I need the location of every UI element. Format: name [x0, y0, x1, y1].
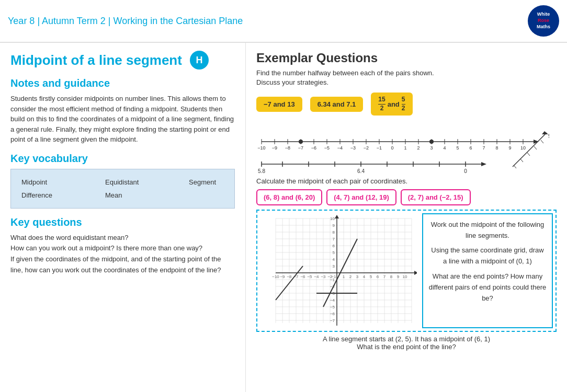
pair-2-label: 6.34 and 7.1 [317, 100, 356, 108]
svg-text:6: 6 [469, 145, 472, 151]
svg-text:−7: −7 [298, 145, 303, 151]
svg-text:−10: −10 [257, 145, 265, 151]
svg-text:5.8: 5.8 [258, 168, 265, 174]
question-2: How can you work out a midpoint? Is ther… [10, 244, 202, 252]
coord-pair-3-label: (2, 7) and (−2, 15) [408, 193, 463, 201]
coordinate-grid-svg: x −10 −9 −8 −7 −6 −5 −4 −3 −2 −1 [260, 213, 417, 328]
svg-line-62 [520, 159, 523, 162]
logo-line1: White [537, 11, 550, 18]
exemplar-title: Exemplar Questions [256, 51, 557, 65]
svg-text:−6: −6 [311, 145, 316, 151]
pair-box-3: 15 2 and 5 2 [371, 93, 412, 115]
svg-text:−10: −10 [272, 274, 279, 279]
question-line3: What are the end points? How many differ… [428, 271, 547, 304]
svg-text:−2: −2 [364, 145, 369, 151]
header-title-text: Year 8 | Autumn Term 2 | Working in the … [8, 16, 243, 26]
svg-text:9: 9 [548, 133, 549, 139]
main-content: Midpoint of a line segment H Notes and g… [0, 43, 567, 392]
svg-text:9: 9 [397, 274, 400, 279]
svg-text:6.4: 6.4 [357, 168, 365, 174]
svg-text:4: 4 [333, 257, 335, 262]
coord-boxes-row: (6, 8) and (6, 20) (4, 7) and (12, 19) (… [256, 189, 557, 205]
svg-text:7: 7 [383, 274, 386, 279]
pair-box-1: −7 and 13 [256, 97, 302, 112]
bottom-text-2: What is the end point of the line? [357, 343, 456, 351]
svg-text:−5: −5 [307, 274, 312, 279]
pair-1-label: −7 and 13 [264, 100, 295, 108]
bottom-text-1: A line segment starts at (2, 5). It has … [323, 335, 490, 343]
svg-marker-66 [542, 131, 548, 134]
svg-line-65 [541, 140, 543, 143]
header-title: Year 8 | Autumn Term 2 | Working in the … [8, 16, 243, 27]
coord-pair-1-label: (6, 8) and (6, 20) [264, 193, 315, 201]
coord-pair-2: (4, 7) and (12, 19) [326, 189, 396, 205]
question-1: What does the word equidistant mean? [10, 234, 128, 241]
fraction-2: 5 2 [402, 96, 405, 111]
svg-text:5: 5 [456, 145, 459, 151]
svg-text:2: 2 [417, 145, 419, 151]
fraction2-den: 2 [402, 105, 405, 112]
graph-area: x −10 −9 −8 −7 −6 −5 −4 −3 −2 −1 [260, 213, 417, 328]
svg-marker-109 [335, 215, 339, 218]
numberlines-svg: −10 −9 −8 −7 −6 −5 −4 −3 −2 [256, 120, 549, 177]
svg-text:6: 6 [377, 274, 379, 279]
svg-text:6: 6 [333, 244, 335, 248]
vocab-section: Key vocabulary Midpoint Equidistant Segm… [10, 153, 235, 209]
svg-text:−8: −8 [285, 145, 290, 151]
key-questions-text: What does the word equidistant mean? How… [10, 233, 235, 276]
right-panel: Exemplar Questions Find the number halfw… [246, 43, 567, 392]
svg-text:−6: −6 [330, 312, 335, 316]
svg-text:4: 4 [363, 274, 366, 279]
left-panel: Midpoint of a line segment H Notes and g… [0, 43, 246, 392]
svg-text:0: 0 [464, 168, 467, 174]
notes-text: Students firstly consider midpoints on n… [10, 94, 235, 145]
svg-point-45 [429, 140, 434, 144]
fraction2-num: 5 [402, 96, 405, 104]
svg-marker-47 [481, 162, 486, 166]
svg-text:3: 3 [430, 145, 433, 151]
pair-box-2: 6.34 and 7.1 [310, 97, 364, 112]
svg-text:1: 1 [343, 274, 345, 279]
questions-title: Key questions [10, 216, 235, 228]
vocab-row-1: Midpoint Equidistant Segment [21, 176, 224, 189]
vocab-row-2: Difference Mean [21, 189, 224, 202]
fraction-1: 15 2 [378, 96, 385, 111]
svg-point-44 [299, 140, 303, 144]
svg-text:2: 2 [349, 274, 352, 279]
fraction1-num: 15 [378, 96, 385, 104]
svg-line-64 [534, 146, 537, 149]
svg-text:10: 10 [520, 145, 526, 151]
bottom-text: A line segment starts at (2, 5). It has … [256, 335, 557, 351]
vocab-empty [189, 191, 241, 199]
question-line1: Work out the midpoint of the following l… [428, 220, 547, 241]
svg-text:7: 7 [333, 237, 335, 241]
svg-text:3: 3 [333, 264, 335, 269]
fraction1-den: 2 [380, 105, 384, 112]
svg-text:0: 0 [391, 145, 393, 151]
svg-text:1: 1 [404, 145, 406, 151]
svg-text:7: 7 [482, 145, 485, 151]
notes-title: Notes and guidance [10, 77, 235, 89]
svg-text:4: 4 [443, 145, 446, 151]
svg-text:−5: −5 [330, 305, 335, 309]
fraction-and: and [388, 100, 400, 108]
section-title: Midpoint of a line segment [10, 52, 182, 68]
vocab-midpoint: Midpoint [21, 178, 74, 186]
svg-text:−1: −1 [330, 278, 335, 282]
vocab-difference: Difference [21, 191, 74, 199]
svg-text:9: 9 [508, 145, 511, 151]
vocab-segment: Segment [189, 178, 241, 186]
section-title-bar: Midpoint of a line segment H [10, 51, 235, 70]
key-questions-section: Key questions What does the word equidis… [10, 216, 235, 276]
vocab-table: Midpoint Equidistant Segment Difference … [10, 169, 235, 209]
wrm-logo: White Rose Maths [528, 5, 559, 37]
vocab-equidistant: Equidistant [105, 178, 157, 186]
svg-text:−1: −1 [377, 145, 382, 151]
numberline-area: −10 −9 −8 −7 −6 −5 −4 −3 −2 [256, 120, 557, 177]
vocab-mean: Mean [105, 191, 157, 199]
grid-question-area: x −10 −9 −8 −7 −6 −5 −4 −3 −2 −1 [256, 210, 557, 332]
svg-text:5: 5 [333, 250, 335, 255]
question-line2: Using the same coordinate grid, draw a l… [428, 245, 547, 267]
header: Year 8 | Autumn Term 2 | Working in the … [0, 0, 567, 43]
svg-line-63 [527, 153, 530, 156]
